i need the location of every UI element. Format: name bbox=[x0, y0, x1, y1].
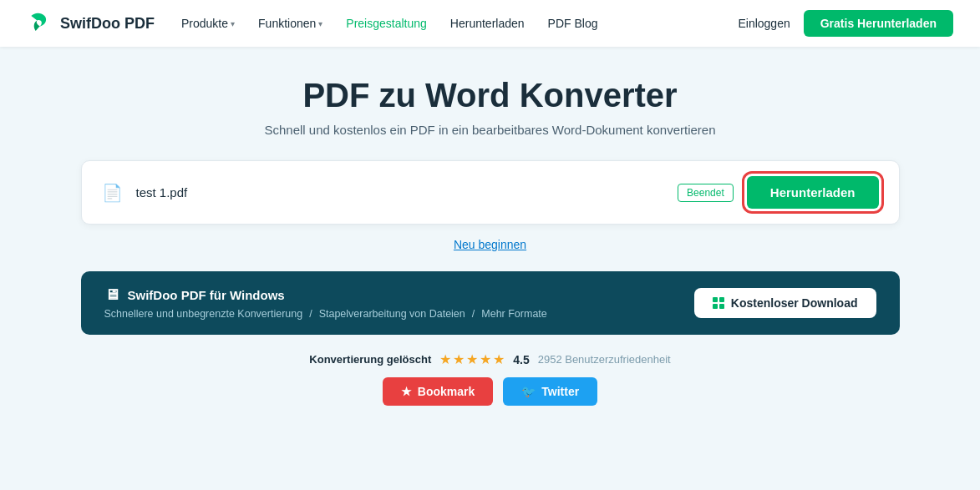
star-2: ★ bbox=[453, 351, 465, 367]
rating-count: 2952 Benutzerzufriedenheit bbox=[538, 353, 671, 366]
rating-score: 4.5 bbox=[513, 353, 529, 366]
file-name: test 1.pdf bbox=[136, 185, 665, 200]
logo-area[interactable]: SwifDoo PDF bbox=[27, 10, 155, 37]
social-buttons: ★ Bookmark 🐦 Twitter bbox=[383, 377, 597, 406]
rating-label: Konvertierung gelöscht bbox=[309, 353, 431, 366]
herunterladen-button[interactable]: Herunterladen bbox=[747, 176, 879, 209]
promo-title: 🖥 SwifDoo PDF für Windows bbox=[104, 286, 694, 304]
neu-beginnen-link[interactable]: Neu beginnen bbox=[454, 238, 526, 251]
nav-preisgestaltung[interactable]: Preisgestaltung bbox=[346, 17, 427, 30]
nav-funktionen[interactable]: Funktionen ▾ bbox=[258, 17, 322, 30]
page-subtitle: Schnell und kostenlos ein PDF in ein bea… bbox=[264, 123, 715, 137]
nav-herunterladen[interactable]: Herunterladen bbox=[450, 17, 525, 30]
file-icon: 📄 bbox=[102, 183, 123, 203]
login-button[interactable]: Einloggen bbox=[738, 17, 790, 30]
nav-links: Produkte ▾ Funktionen ▾ Preisgestaltung … bbox=[181, 17, 738, 30]
status-badge: Beendet bbox=[678, 184, 734, 202]
nav-right: Einloggen Gratis Herunterladen bbox=[738, 10, 953, 37]
star-half: ★ bbox=[493, 351, 505, 367]
star-3: ★ bbox=[466, 351, 478, 367]
twitter-icon: 🐦 bbox=[521, 385, 536, 398]
monitor-icon: 🖥 bbox=[104, 286, 119, 304]
promo-banner: 🖥 SwifDoo PDF für Windows Schnellere und… bbox=[81, 271, 900, 335]
nav-pdf-blog[interactable]: PDF Blog bbox=[548, 17, 598, 30]
page-title: PDF zu Word Konverter bbox=[302, 77, 677, 114]
promo-features: Schnellere und unbegrenzte Konvertierung… bbox=[104, 308, 694, 320]
promo-content: 🖥 SwifDoo PDF für Windows Schnellere und… bbox=[104, 286, 694, 320]
nav-produkte[interactable]: Produkte ▾ bbox=[181, 17, 235, 30]
file-upload-box: 📄 test 1.pdf Beendet Herunterladen bbox=[81, 160, 900, 225]
rating-section: Konvertierung gelöscht ★ ★ ★ ★ ★ 4.5 295… bbox=[309, 351, 670, 406]
star-1: ★ bbox=[439, 351, 451, 367]
twitter-button[interactable]: 🐦 Twitter bbox=[503, 377, 597, 406]
logo-text: SwifDoo PDF bbox=[60, 15, 155, 33]
rating-row: Konvertierung gelöscht ★ ★ ★ ★ ★ 4.5 295… bbox=[309, 351, 670, 367]
main-content: PDF zu Word Konverter Schnell und kosten… bbox=[0, 47, 980, 422]
grid-icon bbox=[713, 297, 724, 309]
chevron-down-icon: ▾ bbox=[231, 19, 235, 28]
stars: ★ ★ ★ ★ ★ bbox=[439, 351, 505, 367]
logo-icon bbox=[27, 10, 53, 37]
navbar: SwifDoo PDF Produkte ▾ Funktionen ▾ Prei… bbox=[0, 0, 980, 47]
gratis-download-button[interactable]: Gratis Herunterladen bbox=[804, 10, 953, 37]
kostenloser-download-button[interactable]: Kostenloser Download bbox=[694, 288, 876, 318]
star-4: ★ bbox=[480, 351, 491, 367]
chevron-down-icon: ▾ bbox=[318, 19, 322, 28]
star-icon: ★ bbox=[401, 385, 412, 398]
bookmark-button[interactable]: ★ Bookmark bbox=[383, 377, 493, 406]
